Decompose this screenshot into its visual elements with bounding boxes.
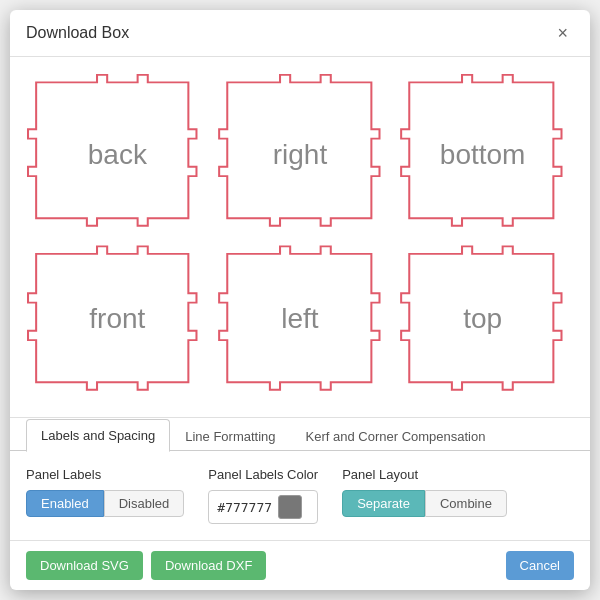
modal-title: Download Box [26,24,129,42]
modal-header: Download Box × [10,10,590,57]
panel-layout-separate-button[interactable]: Separate [342,490,425,517]
modal-footer: Download SVG Download DXF Cancel [10,540,590,590]
panel-labels-disabled-button[interactable]: Disabled [104,490,185,517]
color-input-wrapper[interactable]: #777777 [208,490,318,524]
panel-back-label: back [88,139,147,171]
download-dxf-button[interactable]: Download DXF [151,551,266,580]
tabs-area: Labels and Spacing Line Formatting Kerf … [10,417,590,451]
tab-labels-and-spacing[interactable]: Labels and Spacing [26,419,170,452]
panels-area: back right bottom front [10,57,590,417]
color-swatch[interactable] [278,495,302,519]
panel-top-label: top [463,303,502,335]
panel-labels-label: Panel Labels [26,467,184,482]
panel-top: top [391,237,574,401]
panel-labels-color-label: Panel Labels Color [208,467,318,482]
color-value: #777777 [217,500,272,515]
panel-back: back [26,73,209,237]
panel-bottom-label: bottom [440,139,526,171]
tabs-container: Labels and Spacing Line Formatting Kerf … [26,418,574,450]
settings-area: Panel Labels Enabled Disabled Panel Labe… [10,451,590,540]
panel-front: front [26,237,209,401]
panel-labels-toggle: Enabled Disabled [26,490,184,517]
tab-line-formatting[interactable]: Line Formatting [170,419,290,452]
cancel-button[interactable]: Cancel [506,551,574,580]
panel-layout-label: Panel Layout [342,467,507,482]
panel-left: left [209,237,392,401]
panel-layout-group: Panel Layout Separate Combine [342,467,507,517]
panel-right-label: right [273,139,327,171]
panel-labels-group: Panel Labels Enabled Disabled [26,467,184,517]
panel-layout-toggle: Separate Combine [342,490,507,517]
panel-labels-enabled-button[interactable]: Enabled [26,490,104,517]
close-button[interactable]: × [551,22,574,44]
panel-bottom: bottom [391,73,574,237]
panel-right: right [209,73,392,237]
panel-left-label: left [281,303,318,335]
download-box-modal: Download Box × back right [10,10,590,590]
panel-labels-color-group: Panel Labels Color #777777 [208,467,318,524]
modal-body: back right bottom front [10,57,590,540]
download-svg-button[interactable]: Download SVG [26,551,143,580]
tab-kerf-and-corner[interactable]: Kerf and Corner Compensation [291,419,501,452]
panel-front-label: front [89,303,145,335]
footer-left: Download SVG Download DXF [26,551,266,580]
panel-layout-combine-button[interactable]: Combine [425,490,507,517]
